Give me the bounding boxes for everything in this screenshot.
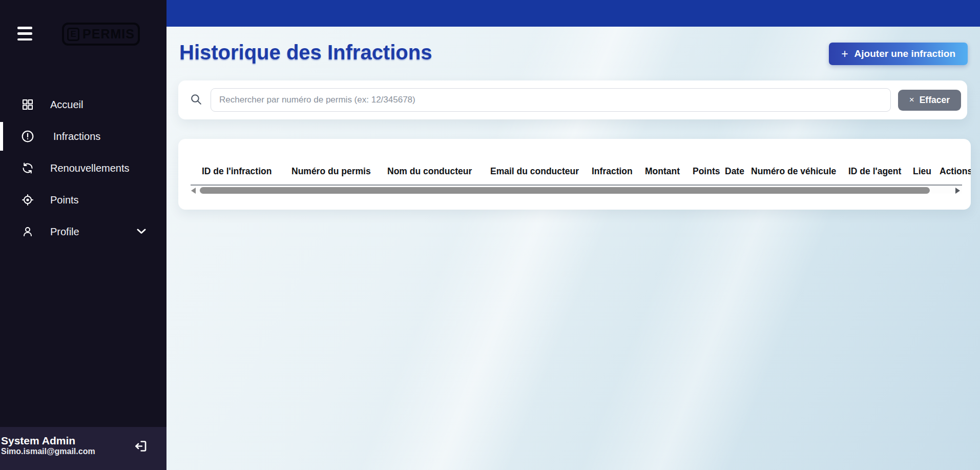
sidebar-item-label: Renouvellements <box>50 162 130 174</box>
column-header: Nom du conducteur <box>387 166 490 177</box>
search-input[interactable] <box>211 88 891 112</box>
table-header-row: ID de l'infractionNuméro du permisNom du… <box>202 166 971 178</box>
page-title: Historique des Infractions <box>179 41 432 64</box>
sidebar-nav: Accueil Infractions <box>0 89 166 248</box>
main-content: Historique des Infractions + Ajouter une… <box>166 0 980 470</box>
column-header: ID de l'agent <box>848 166 913 177</box>
clear-search-button[interactable]: × Effacer <box>898 90 961 111</box>
app-window: E PERMIS Accueil <box>0 0 980 470</box>
sidebar: E PERMIS Accueil <box>0 0 166 470</box>
grid-icon <box>21 98 34 111</box>
scroll-left-arrow-icon[interactable] <box>191 188 196 194</box>
add-infraction-button[interactable]: + Ajouter une infraction <box>829 43 968 65</box>
column-header: Actions <box>940 166 971 177</box>
x-icon: × <box>909 95 914 105</box>
infractions-table-card: ID de l'infractionNuméro du permisNom du… <box>178 139 971 210</box>
sidebar-item-label: Infractions <box>53 131 100 142</box>
add-infraction-label: Ajouter une infraction <box>854 48 955 59</box>
refresh-icon <box>21 161 34 175</box>
sidebar-item-profile[interactable]: Profile <box>0 216 166 248</box>
clear-search-label: Effacer <box>920 95 950 106</box>
scrollbar-thumb[interactable] <box>200 187 930 194</box>
top-blue-bar <box>166 0 980 27</box>
hamburger-menu-icon[interactable] <box>17 27 33 40</box>
search-bar-card: × Effacer <box>178 80 967 119</box>
search-icon <box>190 93 202 108</box>
column-header: ID de l'infraction <box>202 166 291 177</box>
user-icon <box>21 225 34 238</box>
column-header: Montant <box>645 166 693 177</box>
sidebar-item-infractions[interactable]: Infractions <box>0 120 166 152</box>
epermis-logo: E PERMIS <box>62 23 140 46</box>
sidebar-item-label: Accueil <box>50 99 83 111</box>
logout-icon[interactable] <box>134 439 148 455</box>
sidebar-item-renouvellements[interactable]: Renouvellements <box>0 152 166 184</box>
column-header: Date <box>725 166 751 177</box>
crosshair-icon <box>21 193 34 207</box>
alert-circle-icon <box>21 130 34 143</box>
sidebar-item-label: Profile <box>50 226 79 238</box>
column-header: Lieu <box>913 166 940 177</box>
sidebar-item-label: Points <box>50 194 79 206</box>
column-header: Infraction <box>592 166 645 177</box>
column-header: Email du conducteur <box>490 166 592 177</box>
sidebar-item-points[interactable]: Points <box>0 184 166 216</box>
sidebar-item-accueil[interactable]: Accueil <box>0 89 166 120</box>
horizontal-scrollbar[interactable] <box>191 185 962 194</box>
chevron-down-icon <box>137 227 146 236</box>
column-header: Numéro du permis <box>291 166 387 177</box>
scroll-right-arrow-icon[interactable] <box>955 188 960 194</box>
logo-e-badge: E <box>67 28 79 41</box>
logo-text: PERMIS <box>82 27 135 42</box>
column-header: Numéro de véhicule <box>751 166 848 177</box>
sidebar-user-section: System Admin Simo.ismail@gmail.com <box>0 427 166 470</box>
plus-icon: + <box>841 47 848 61</box>
column-header: Points <box>693 166 725 177</box>
